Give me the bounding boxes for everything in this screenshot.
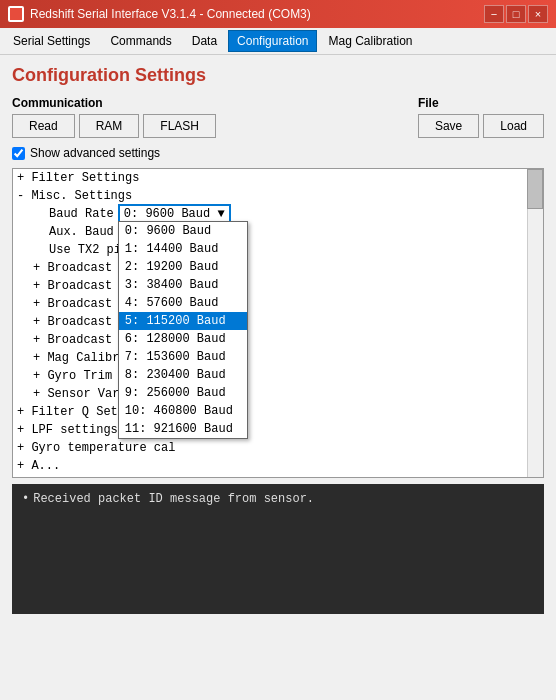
baud-option[interactable]: 11: 921600 Baud <box>119 420 247 438</box>
tree-item[interactable]: + A... <box>13 457 527 475</box>
tree-item[interactable]: Aux. Baud R... <box>13 223 527 241</box>
sections-row: Communication Read RAM FLASH File Save L… <box>12 96 544 138</box>
page-title: Configuration Settings <box>12 65 544 86</box>
file-group: File Save Load <box>418 96 544 138</box>
baud-option[interactable]: 3: 38400 Baud <box>119 276 247 294</box>
baud-option[interactable]: 9: 256000 Baud <box>119 384 247 402</box>
baud-option[interactable]: 1: 14400 Baud <box>119 240 247 258</box>
menu-data[interactable]: Data <box>183 30 226 52</box>
communication-label: Communication <box>12 96 398 110</box>
baud-dropdown-popup[interactable]: 0: 9600 Baud1: 14400 Baud2: 19200 Baud3:… <box>118 221 248 439</box>
menu-serial-settings[interactable]: Serial Settings <box>4 30 99 52</box>
log-entry: • Received packet ID message from sensor… <box>22 492 534 506</box>
minimize-button[interactable]: − <box>484 5 504 23</box>
baud-dropdown-container[interactable]: 0: 9600 Baud ▼0: 9600 Baud1: 14400 Baud2… <box>118 207 231 221</box>
app-icon <box>8 6 24 22</box>
close-button[interactable]: × <box>528 5 548 23</box>
baud-rate-label: Baud Rate <box>49 207 114 221</box>
save-button[interactable]: Save <box>418 114 479 138</box>
tree-item[interactable]: + Gyro Trim <box>13 367 527 385</box>
baud-option[interactable]: 4: 57600 Baud <box>119 294 247 312</box>
tree-item[interactable]: + Sensor Variance... <box>13 385 527 403</box>
log-panel: • Received packet ID message from sensor… <box>12 484 544 614</box>
baud-option[interactable]: 2: 19200 Baud <box>119 258 247 276</box>
baud-option[interactable]: 6: 128000 Baud <box>119 330 247 348</box>
tree-item[interactable]: + Broadcast Rates... <box>13 259 527 277</box>
baud-option[interactable]: 5: 115200 Baud <box>119 312 247 330</box>
tree-item[interactable]: + Mag Calibration... <box>13 349 527 367</box>
tree-item[interactable]: + LPF settings <box>13 421 527 439</box>
tree-item[interactable]: + Broadcast Rates... <box>13 277 527 295</box>
baud-option[interactable]: 7: 153600 Baud <box>119 348 247 366</box>
log-bullet: • <box>22 492 29 506</box>
tree-item[interactable]: - Misc. Settings <box>13 187 527 205</box>
communication-group: Communication Read RAM FLASH <box>12 96 398 138</box>
menu-commands[interactable]: Commands <box>101 30 180 52</box>
title-bar-text: Redshift Serial Interface V3.1.4 - Conne… <box>30 7 478 21</box>
load-button[interactable]: Load <box>483 114 544 138</box>
title-bar-controls: − □ × <box>484 5 548 23</box>
main-content: Configuration Settings Communication Rea… <box>0 55 556 624</box>
maximize-button[interactable]: □ <box>506 5 526 23</box>
ram-button[interactable]: RAM <box>79 114 140 138</box>
baud-option[interactable]: 8: 230400 Baud <box>119 366 247 384</box>
tree-item[interactable]: + Broadcast Rates... <box>13 295 527 313</box>
advanced-settings-row: Show advanced settings <box>12 146 544 160</box>
advanced-settings-checkbox[interactable] <box>12 147 25 160</box>
baud-option[interactable]: 0: 9600 Baud <box>119 222 247 240</box>
tree-panel[interactable]: + Filter Settings- Misc. Settings Baud R… <box>12 168 544 478</box>
baud-option[interactable]: 10: 460800 Baud <box>119 402 247 420</box>
read-button[interactable]: Read <box>12 114 75 138</box>
flash-button[interactable]: FLASH <box>143 114 216 138</box>
tree-item[interactable]: + Filter Settings <box>13 169 527 187</box>
tree-item[interactable]: + Filter Q Settings <box>13 403 527 421</box>
log-text: Received packet ID message from sensor. <box>33 492 314 506</box>
scrollbar-thumb[interactable] <box>527 169 543 209</box>
tree-item[interactable]: Use TX2 pin ...(h) <box>13 241 527 259</box>
tree-item[interactable]: + Gyro temperature cal <box>13 439 527 457</box>
menu-bar: Serial Settings Commands Data Configurat… <box>0 28 556 55</box>
tree-item[interactable]: Baud Rate 0: 9600 Baud ▼0: 9600 Baud1: 1… <box>13 205 527 223</box>
tree-item[interactable]: + Broadcast Settin... <box>13 331 527 349</box>
communication-buttons: Read RAM FLASH <box>12 114 398 138</box>
title-bar: Redshift Serial Interface V3.1.4 - Conne… <box>0 0 556 28</box>
menu-configuration[interactable]: Configuration <box>228 30 317 52</box>
file-buttons: Save Load <box>418 114 544 138</box>
tree-item[interactable]: + Broadcast Rates... <box>13 313 527 331</box>
advanced-settings-label: Show advanced settings <box>30 146 160 160</box>
menu-mag-calibration[interactable]: Mag Calibration <box>319 30 421 52</box>
file-label: File <box>418 96 544 110</box>
scrollbar-track[interactable] <box>527 169 543 477</box>
